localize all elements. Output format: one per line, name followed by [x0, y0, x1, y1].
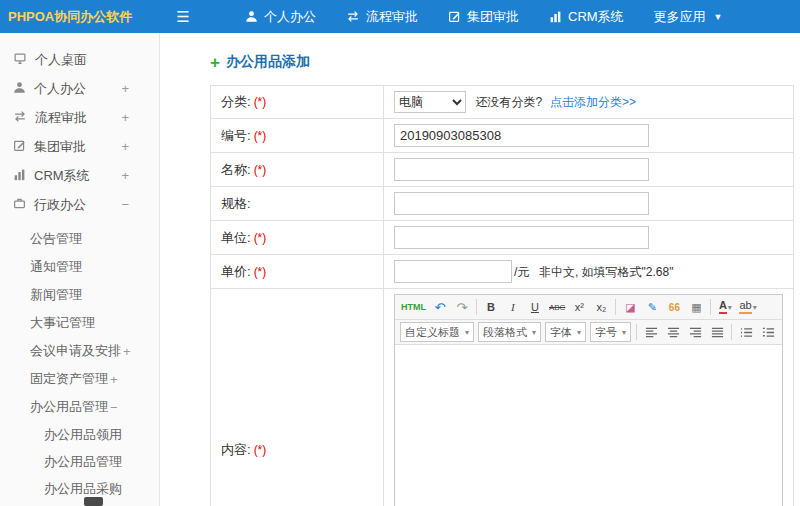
editor-toolbar-row1: HTML ↶ ↷ B I U ABC x² x₂ ◪ ✎ — [395, 295, 782, 320]
sidebar-item-label: CRM系统 — [34, 167, 90, 185]
html-source-button[interactable]: HTML — [398, 297, 429, 317]
chevron-down-icon: ▾ — [753, 303, 757, 312]
nav-more-apps[interactable]: 更多应用 ▼ — [639, 0, 738, 33]
collapse-toggle[interactable]: − — [110, 400, 118, 415]
hamburger-icon[interactable]: ☰ — [170, 8, 196, 26]
name-label-cell: 名称:(*) — [211, 153, 384, 187]
sidebar-item-label: 集团审批 — [34, 138, 86, 156]
sidebar-subsubitem-supplies-purchase[interactable]: 办公用品采购 — [0, 475, 159, 502]
align-right-icon — [689, 326, 702, 339]
nav-label: 更多应用 — [654, 8, 706, 26]
category-select[interactable]: 电脑 — [394, 91, 466, 113]
background-color-button[interactable]: ab ▾ — [736, 297, 759, 317]
supply-add-form: 分类:(*) 电脑 还没有分类? 点击添加分类>> 编号:(*) — [210, 85, 794, 506]
align-right-button[interactable] — [684, 322, 706, 342]
custom-heading-select[interactable]: 自定义标题 ▾ — [400, 322, 474, 342]
main-content: + 办公用品添加 分类:(*) 电脑 还没有分类? 点击添加分类>> — [160, 33, 800, 506]
sidebar-item-label: 个人办公 — [34, 80, 86, 98]
app-logo: PHPOA协同办公软件 — [0, 8, 170, 26]
expand-toggle[interactable]: + — [121, 139, 129, 154]
sidebar-item-personal-office[interactable]: 个人办公 + — [0, 74, 159, 103]
superscript-button[interactable]: x² — [568, 297, 590, 317]
bar-chart-icon — [549, 10, 562, 23]
flow-arrows-icon — [13, 110, 27, 126]
sidebar-subsubitem-supplies-management[interactable]: 办公用品管理 — [0, 448, 159, 475]
font-family-select[interactable]: 字体 ▾ — [545, 322, 586, 342]
sidebar-subitem-meeting-request[interactable]: 会议申请及安排 + — [0, 337, 159, 365]
sidebar-subitem-fixed-assets-mgmt[interactable]: 固定资产管理 + — [0, 365, 159, 393]
toolbar-separator — [710, 299, 711, 315]
sidebar-subitem-office-supplies-mgmt[interactable]: 办公用品管理 − — [0, 393, 159, 421]
sidebar-item-workflow-approval[interactable]: 流程审批 + — [0, 103, 159, 132]
nav-crm-system[interactable]: CRM系统 — [534, 0, 639, 33]
italic-button[interactable]: I — [502, 297, 524, 317]
sidebar-item-administrative-office[interactable]: 行政办公 − — [0, 190, 159, 219]
sidebar-item-group-approval[interactable]: 集团审批 + — [0, 132, 159, 161]
sidebar-item-crm-system[interactable]: CRM系统 + — [0, 161, 159, 190]
sidebar-subitem-news-mgmt[interactable]: 新闻管理 — [0, 281, 159, 309]
font-color-button[interactable]: A ▾ — [714, 297, 736, 317]
add-plus-icon: + — [210, 54, 220, 71]
user-icon — [13, 81, 26, 97]
required-mark: (*) — [254, 95, 267, 109]
chevron-down-icon: ▾ — [728, 303, 732, 312]
unit-label-cell: 单位:(*) — [211, 221, 384, 255]
nav-personal-office[interactable]: 个人办公 — [230, 0, 331, 33]
editor-toolbar-row2: 自定义标题 ▾ 段落格式 ▾ 字体 ▾ — [395, 320, 782, 345]
nav-workflow-approval[interactable]: 流程审批 — [331, 0, 433, 33]
align-justify-button[interactable] — [706, 322, 728, 342]
expand-toggle[interactable]: + — [110, 372, 118, 387]
ordered-list-button[interactable] — [757, 322, 779, 342]
format-brush-button[interactable]: ✎ — [641, 297, 663, 317]
remove-format-button[interactable]: ◪ — [619, 297, 641, 317]
table-button[interactable]: ▦ — [685, 297, 707, 317]
bold-button[interactable]: B — [480, 297, 502, 317]
price-input[interactable] — [394, 260, 512, 283]
align-center-button[interactable] — [662, 322, 684, 342]
sidebar-subitem-notice-mgmt[interactable]: 通知管理 — [0, 253, 159, 281]
bar-chart-icon — [13, 168, 26, 184]
unit-input[interactable] — [394, 226, 649, 249]
sidebar-subitem-announcement-mgmt[interactable]: 公告管理 — [0, 225, 159, 253]
page-title: + 办公用品添加 — [210, 53, 794, 71]
collapse-toggle[interactable]: − — [121, 197, 129, 212]
sidebar-item-label: 行政办公 — [34, 196, 86, 214]
sidebar-item-label: 个人桌面 — [35, 51, 87, 69]
sidebar-subitem-events-mgmt[interactable]: 大事记管理 — [0, 309, 159, 337]
spec-input[interactable] — [394, 192, 649, 215]
expand-toggle[interactable]: + — [121, 81, 129, 96]
code-label-cell: 编号:(*) — [211, 119, 384, 153]
add-category-link[interactable]: 点击添加分类>> — [550, 95, 636, 109]
expand-toggle[interactable]: + — [123, 344, 131, 359]
align-left-button[interactable] — [640, 322, 662, 342]
top-navigation: 个人办公 流程审批 集团审批 CRM系统 更多应用 ▼ — [230, 0, 738, 33]
content-label-cell: 内容:(*) — [211, 289, 384, 506]
chevron-down-icon: ▾ — [465, 328, 469, 337]
font-size-select[interactable]: 字号 ▾ — [590, 322, 631, 342]
code-input[interactable] — [394, 124, 649, 147]
user-icon — [245, 10, 258, 23]
nav-group-approval[interactable]: 集团审批 — [433, 0, 534, 33]
expand-toggle[interactable]: + — [121, 168, 129, 183]
expand-toggle[interactable]: + — [121, 110, 129, 125]
required-mark: (*) — [254, 443, 267, 457]
form-row-unit: 单位:(*) — [211, 221, 794, 255]
nav-label: 个人办公 — [264, 8, 316, 26]
form-row-code: 编号:(*) — [211, 119, 794, 153]
admin-office-submenu: 公告管理 通知管理 新闻管理 大事记管理 会议申请及安排 + 固定资产管理 + … — [0, 225, 159, 502]
sidebar-scrollbar-thumb[interactable] — [84, 497, 103, 506]
underline-button[interactable]: U — [524, 297, 546, 317]
name-input[interactable] — [394, 158, 649, 181]
paragraph-format-select[interactable]: 段落格式 ▾ — [478, 322, 541, 342]
strikethrough-button[interactable]: ABC — [546, 297, 568, 317]
sidebar-item-personal-desktop[interactable]: 个人桌面 — [0, 45, 159, 74]
desktop-icon — [13, 52, 27, 68]
redo-button[interactable]: ↷ — [451, 297, 473, 317]
subscript-button[interactable]: x₂ — [590, 297, 612, 317]
sidebar-subsubitem-supplies-requisition[interactable]: 办公用品领用 — [0, 421, 159, 448]
editor-content-area[interactable] — [395, 345, 782, 506]
spec-label-cell: 规格: — [211, 187, 384, 221]
unordered-list-button[interactable] — [735, 322, 757, 342]
blockquote-button[interactable]: 66 — [663, 297, 685, 317]
undo-button[interactable]: ↶ — [429, 297, 451, 317]
